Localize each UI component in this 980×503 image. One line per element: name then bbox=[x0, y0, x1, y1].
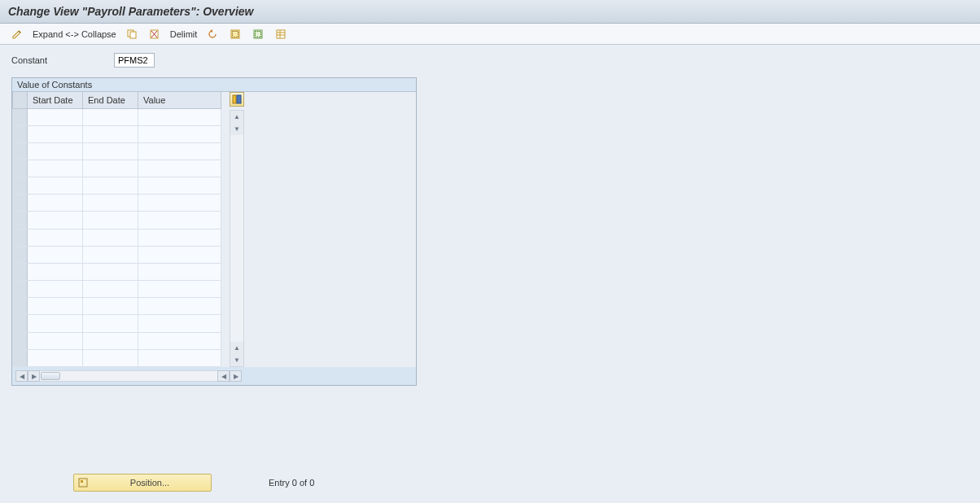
select-all-icon[interactable] bbox=[226, 27, 244, 42]
cell[interactable] bbox=[83, 108, 138, 125]
table-config-icon[interactable] bbox=[230, 92, 244, 107]
row-selector[interactable] bbox=[13, 177, 28, 195]
cell[interactable] bbox=[83, 263, 138, 280]
table-row bbox=[13, 246, 221, 263]
pencil-icon[interactable] bbox=[8, 27, 26, 42]
position-button[interactable]: Position... bbox=[73, 474, 212, 492]
svg-rect-1 bbox=[130, 32, 136, 38]
table-row bbox=[13, 212, 221, 229]
cell[interactable] bbox=[28, 332, 83, 349]
scroll-right-arrow-icon[interactable]: ▶ bbox=[230, 370, 242, 382]
cell[interactable] bbox=[28, 315, 83, 332]
cell[interactable] bbox=[83, 349, 138, 366]
scroll-up-arrow-icon[interactable]: ▲ bbox=[230, 111, 243, 123]
cell[interactable] bbox=[138, 125, 221, 142]
scroll-down-arrow-icon[interactable]: ▼ bbox=[230, 123, 243, 135]
row-selector[interactable] bbox=[13, 229, 28, 246]
row-selector[interactable] bbox=[13, 108, 28, 125]
cell[interactable] bbox=[138, 177, 221, 195]
cell[interactable] bbox=[83, 298, 138, 315]
row-selector[interactable] bbox=[13, 263, 28, 280]
row-selector[interactable] bbox=[13, 212, 28, 229]
table-row bbox=[13, 281, 221, 298]
table-row bbox=[13, 125, 221, 142]
page-title: Change View "Payroll Parameters": Overvi… bbox=[0, 0, 980, 24]
cell[interactable] bbox=[138, 195, 221, 212]
row-selector[interactable] bbox=[13, 281, 28, 298]
position-icon bbox=[77, 477, 89, 488]
cell[interactable] bbox=[83, 142, 138, 160]
scroll-up-bottom-arrow-icon[interactable]: ▲ bbox=[230, 342, 243, 354]
cell[interactable] bbox=[83, 332, 138, 349]
cell[interactable] bbox=[28, 108, 83, 125]
constant-field-row: Constant bbox=[0, 45, 980, 72]
cell[interactable] bbox=[83, 177, 138, 195]
cell[interactable] bbox=[28, 349, 83, 366]
table-row bbox=[13, 195, 221, 212]
column-end-date[interactable]: End Date bbox=[83, 92, 138, 108]
row-selector[interactable] bbox=[13, 125, 28, 142]
table-row bbox=[13, 263, 221, 280]
copy-icon[interactable] bbox=[123, 27, 141, 42]
constant-input[interactable] bbox=[114, 53, 155, 68]
row-selector[interactable] bbox=[13, 142, 28, 160]
cell[interactable] bbox=[83, 246, 138, 263]
cell[interactable] bbox=[28, 160, 83, 177]
scroll-left-end-arrow-icon[interactable]: ◀ bbox=[217, 370, 230, 382]
cell[interactable] bbox=[83, 229, 138, 246]
cell[interactable] bbox=[28, 195, 83, 212]
row-selector[interactable] bbox=[13, 246, 28, 263]
scroll-right-inner-arrow-icon[interactable]: ▶ bbox=[28, 370, 40, 382]
cell[interactable] bbox=[28, 177, 83, 195]
cell[interactable] bbox=[83, 212, 138, 229]
row-selector-header[interactable] bbox=[13, 92, 28, 108]
value-of-constants-panel: Value of Constants Start Date End Date V… bbox=[11, 77, 417, 386]
cell[interactable] bbox=[83, 315, 138, 332]
cell[interactable] bbox=[138, 108, 221, 125]
cell[interactable] bbox=[138, 246, 221, 263]
cell[interactable] bbox=[28, 281, 83, 298]
cell[interactable] bbox=[138, 281, 221, 298]
row-selector[interactable] bbox=[13, 349, 28, 366]
cell[interactable] bbox=[138, 315, 221, 332]
cell[interactable] bbox=[83, 195, 138, 212]
cell[interactable] bbox=[138, 160, 221, 177]
scroll-left-arrow-icon[interactable]: ◀ bbox=[15, 370, 28, 382]
cell[interactable] bbox=[83, 160, 138, 177]
scroll-down-bottom-arrow-icon[interactable]: ▼ bbox=[230, 354, 243, 366]
cell[interactable] bbox=[28, 125, 83, 142]
svg-rect-9 bbox=[277, 30, 285, 38]
cell[interactable] bbox=[83, 281, 138, 298]
cell[interactable] bbox=[138, 332, 221, 349]
cell[interactable] bbox=[138, 349, 221, 366]
row-selector[interactable] bbox=[13, 315, 28, 332]
scroll-thumb[interactable] bbox=[41, 372, 60, 380]
table-row bbox=[13, 142, 221, 160]
cell[interactable] bbox=[138, 142, 221, 160]
expand-collapse-button[interactable]: Expand <-> Collapse bbox=[31, 29, 118, 39]
cell[interactable] bbox=[28, 142, 83, 160]
cell[interactable] bbox=[28, 298, 83, 315]
cell[interactable] bbox=[138, 212, 221, 229]
row-selector[interactable] bbox=[13, 332, 28, 349]
row-selector[interactable] bbox=[13, 195, 28, 212]
vertical-scrollbar[interactable]: ▲ ▼ ▲ ▼ bbox=[230, 110, 244, 367]
cell[interactable] bbox=[28, 246, 83, 263]
entry-count: Entry 0 of 0 bbox=[269, 478, 314, 488]
column-value[interactable]: Value bbox=[138, 92, 221, 108]
cell[interactable] bbox=[138, 298, 221, 315]
undo-icon[interactable] bbox=[203, 27, 221, 42]
cell[interactable] bbox=[28, 212, 83, 229]
row-selector[interactable] bbox=[13, 160, 28, 177]
deselect-all-icon[interactable] bbox=[249, 27, 267, 42]
delimit-button[interactable]: Delimit bbox=[168, 29, 199, 39]
table-settings-icon[interactable] bbox=[272, 27, 290, 42]
cell[interactable] bbox=[28, 263, 83, 280]
cell[interactable] bbox=[28, 229, 83, 246]
row-selector[interactable] bbox=[13, 298, 28, 315]
cell[interactable] bbox=[83, 125, 138, 142]
column-start-date[interactable]: Start Date bbox=[28, 92, 83, 108]
cell[interactable] bbox=[138, 229, 221, 246]
cell[interactable] bbox=[138, 263, 221, 280]
delete-icon[interactable] bbox=[146, 27, 164, 42]
